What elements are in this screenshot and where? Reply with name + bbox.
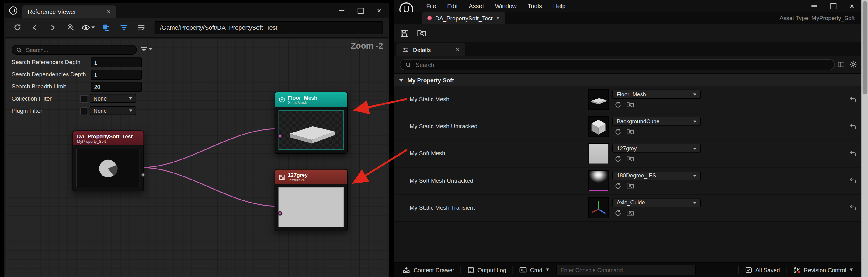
history-back-button[interactable] <box>28 21 42 34</box>
use-selected-asset-icon[interactable] <box>614 128 622 135</box>
browse-to-asset-button[interactable] <box>417 28 427 38</box>
asset-picker-dropdown[interactable]: Axis_Guide <box>612 198 701 207</box>
asset-picker-dropdown[interactable]: 180Degree_IES <box>612 171 701 180</box>
browse-to-asset-icon[interactable] <box>626 155 634 163</box>
input-pin[interactable] <box>278 134 283 138</box>
tab-reference-viewer[interactable]: Reference Viewer × <box>22 5 116 18</box>
graph-filter-button[interactable] <box>140 45 152 53</box>
asset-picker-dropdown[interactable]: Floor_Mesh <box>612 90 701 99</box>
asset-picker-dropdown[interactable]: 127grey <box>612 144 701 153</box>
close-icon: × <box>377 7 381 14</box>
show-duplicates-toggle[interactable] <box>98 21 113 34</box>
details-search-box[interactable] <box>400 59 835 70</box>
setting-label: Search Breadth Limit <box>11 83 66 90</box>
details-settings-gear-icon[interactable] <box>850 61 857 68</box>
asset-type-label: Asset Type: MyProperty_Soft <box>779 14 855 21</box>
cmd-selector[interactable]: Cmd <box>515 266 553 273</box>
use-selected-asset-icon[interactable] <box>614 182 622 190</box>
setting-label: Search Dependencies Depth <box>11 71 86 77</box>
tab-da-propertysoft-test[interactable]: DA_PropertySoft_Test × <box>422 12 505 24</box>
desktop: Reference Viewer × × <box>0 0 868 277</box>
collection-filter-dropdown[interactable]: None <box>90 94 136 103</box>
plugin-filter-dropdown[interactable]: None <box>90 106 136 115</box>
filter-settings-button[interactable] <box>134 21 148 34</box>
input-pin[interactable] <box>278 211 283 216</box>
asset-picker-dropdown[interactable]: BackgroundCube <box>612 117 701 126</box>
reference-graph-canvas[interactable]: Zoom -2 <box>5 38 389 276</box>
vertical-scrollbar[interactable] <box>861 0 868 277</box>
plugin-filter-checkbox[interactable] <box>80 107 88 115</box>
history-forward-button[interactable] <box>45 21 60 34</box>
output-log-button[interactable]: Output Log <box>463 266 510 273</box>
visibility-options-button[interactable] <box>81 21 95 34</box>
tab-close-icon[interactable]: × <box>496 15 500 22</box>
browse-to-asset-icon[interactable] <box>626 182 634 190</box>
browse-to-asset-icon[interactable] <box>626 210 634 217</box>
divider <box>461 266 461 273</box>
save-button[interactable] <box>400 29 409 38</box>
close-button[interactable]: × <box>370 3 389 18</box>
setting-row-collection-filter: Collection Filter None <box>11 94 150 104</box>
minimize-button[interactable] <box>805 0 824 12</box>
all-saved-indicator[interactable]: All Saved <box>741 266 784 273</box>
use-selected-asset-icon[interactable] <box>614 101 622 108</box>
node-title: Floor_Mesh <box>288 94 317 100</box>
category-my-property-soft[interactable]: My Property Soft <box>394 73 861 87</box>
menu-help[interactable]: Help <box>548 0 571 12</box>
use-selected-asset-icon[interactable] <box>614 210 622 217</box>
revision-control-button[interactable]: Revision Control <box>789 266 857 273</box>
graph-search-input[interactable] <box>25 46 132 54</box>
ies-profile-thumbnail[interactable] <box>588 170 609 192</box>
chevron-down-icon <box>850 269 853 271</box>
tab-close-icon[interactable]: × <box>456 46 460 53</box>
reset-to-default-button[interactable] <box>849 204 857 211</box>
maximize-button[interactable] <box>824 0 842 12</box>
grey-texture-thumbnail <box>279 187 344 227</box>
output-pin[interactable] <box>141 173 146 177</box>
menu-asset[interactable]: Asset <box>463 0 489 12</box>
browse-to-asset-icon[interactable] <box>626 128 634 135</box>
scrollbar-thumb[interactable] <box>862 1 867 94</box>
minimize-button[interactable] <box>332 3 351 18</box>
menu-tools[interactable]: Tools <box>522 0 548 12</box>
floor-mesh-thumbnail[interactable] <box>588 89 609 110</box>
menu-edit[interactable]: Edit <box>442 0 463 12</box>
reset-arrow-icon <box>849 177 857 184</box>
menu-file[interactable]: File <box>421 0 442 12</box>
details-search-input[interactable] <box>414 61 829 68</box>
graph-search-box[interactable] <box>11 45 136 55</box>
grey-texture-thumbnail[interactable] <box>588 143 609 164</box>
menu-window[interactable]: Window <box>489 0 522 12</box>
referencers-depth-input[interactable] <box>91 58 142 67</box>
tab-details[interactable]: Details × <box>396 43 465 57</box>
asset-tab-label: DA_PropertySoft_Test <box>435 15 493 22</box>
browse-to-asset-icon[interactable] <box>626 101 634 108</box>
breadth-limit-input[interactable] <box>91 82 142 92</box>
graph-node-127grey[interactable]: 127grey Texture2D <box>275 169 348 231</box>
refresh-button[interactable] <box>10 21 24 34</box>
asset-path-field[interactable]: /Game/Property/Soft/DA_PropertySoft_Test <box>155 21 383 34</box>
use-selected-asset-icon[interactable] <box>614 155 622 163</box>
menu-bar: File Edit Asset Window Tools Help × <box>394 0 861 12</box>
graph-node-floor-mesh[interactable]: Floor_Mesh StaticMesh <box>275 92 348 154</box>
display-columns-icon[interactable] <box>838 61 845 68</box>
filters-toggle[interactable] <box>116 21 130 34</box>
tab-close-icon[interactable]: × <box>107 8 111 15</box>
reset-to-default-button[interactable] <box>849 123 857 130</box>
find-path-button[interactable] <box>63 21 77 34</box>
dependencies-depth-input[interactable] <box>91 70 142 79</box>
graph-node-da-propertysoft-test[interactable]: DA_PropertySoft_Test MyProperty_Soft <box>72 131 144 192</box>
maximize-button[interactable] <box>351 3 370 18</box>
reference-viewer-titlebar[interactable]: Reference Viewer × × <box>5 3 389 18</box>
arrow-right-icon <box>49 23 56 31</box>
node-subtitle: StaticMesh <box>288 100 317 105</box>
collection-filter-checkbox[interactable] <box>80 95 88 103</box>
reset-to-default-button[interactable] <box>849 177 857 184</box>
reset-to-default-button[interactable] <box>849 96 857 103</box>
console-command-input[interactable] <box>556 265 696 275</box>
close-button[interactable]: × <box>842 0 861 12</box>
content-drawer-button[interactable]: Content Drawer <box>399 266 458 273</box>
background-cube-thumbnail[interactable] <box>588 116 609 137</box>
axis-guide-thumbnail[interactable] <box>588 198 609 218</box>
reset-to-default-button[interactable] <box>849 150 857 157</box>
